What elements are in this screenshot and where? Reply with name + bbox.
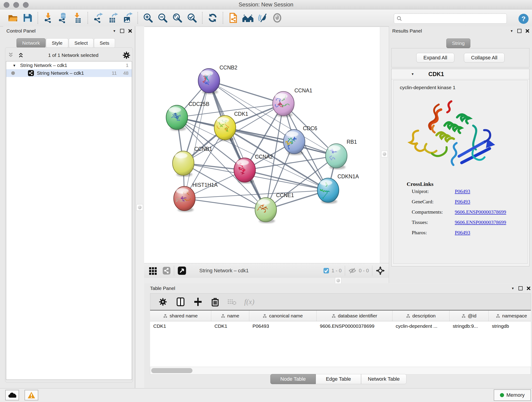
collection-expander-icon[interactable]: ▼	[13, 64, 16, 67]
collapse-all-chevron-icon[interactable]	[7, 52, 14, 58]
column-header-database-identifier[interactable]: database identifier	[317, 311, 393, 321]
panel-float-icon[interactable]	[519, 286, 523, 290]
network-options-gear-icon[interactable]	[122, 51, 131, 59]
tab-string[interactable]: String	[446, 38, 470, 48]
zoom-in-button[interactable]	[142, 12, 154, 24]
panel-close-icon[interactable]	[128, 29, 132, 33]
left-splitter[interactable]	[135, 26, 144, 388]
crosslink-link[interactable]: P06493	[455, 188, 470, 194]
tab-edge-table[interactable]: Edge Table	[316, 374, 361, 384]
save-session-button[interactable]	[22, 12, 33, 24]
edge-CCNB2-CCNE1[interactable]	[209, 81, 266, 210]
table-cell[interactable]: cyclin-dependent ...	[393, 321, 450, 331]
help-button[interactable]: ?	[517, 13, 530, 25]
node-CCNB1[interactable]	[172, 151, 194, 177]
export-table-button[interactable]	[107, 12, 119, 24]
node-CCNE1[interactable]	[255, 198, 277, 223]
column-header-name[interactable]: name	[211, 311, 249, 321]
splitter-handle[interactable]	[335, 277, 341, 284]
tab-style[interactable]: Style	[46, 38, 68, 48]
network-view-share-icon[interactable]	[162, 267, 171, 275]
right-splitter[interactable]	[380, 27, 389, 263]
table-cell[interactable]: CDK1	[211, 321, 249, 331]
panel-float-icon[interactable]	[120, 29, 124, 33]
node-RB1[interactable]	[326, 144, 347, 169]
grid-view-icon[interactable]	[149, 266, 157, 275]
crosslink-link[interactable]: 9606.ENSP00000378699	[455, 219, 506, 225]
expand-all-chevron-icon[interactable]	[17, 52, 24, 58]
node-CCNA1[interactable]	[273, 91, 294, 117]
protein-card-header[interactable]: ▼ CDK1	[392, 69, 529, 79]
tab-network-table[interactable]: Network Table	[361, 374, 406, 384]
import-network-from-database-button[interactable]	[57, 12, 69, 24]
node-CCNB2[interactable]	[198, 69, 220, 94]
node-CDKN1A[interactable]	[317, 178, 339, 204]
open-session-button[interactable]	[7, 12, 19, 24]
string-network-graph[interactable]: CCNB2CCNA1CDC25BCDK1CDC6RB1CCNB1CCNA2CDK…	[144, 27, 380, 263]
network-collection-row[interactable]: ▼ String Network – cdk1 1	[6, 61, 132, 69]
delete-column-trash-icon[interactable]	[211, 297, 219, 306]
node-CDK1[interactable]	[214, 115, 236, 141]
table-cell[interactable]: stringdb	[489, 321, 531, 331]
table-row[interactable]: CDK1CDK1P064939606.ENSP00000378699cyclin…	[150, 321, 531, 331]
expand-all-button[interactable]: Expand All	[416, 53, 454, 63]
panel-float-icon[interactable]	[517, 29, 521, 33]
import-network-from-file-button[interactable]	[42, 12, 54, 24]
table-cell[interactable]: stringdb:9...	[450, 321, 489, 331]
show-columns-icon[interactable]	[177, 297, 185, 306]
edge-HIST1H1A-CCNE1[interactable]	[184, 198, 266, 210]
cloud-status-button[interactable]	[5, 390, 19, 400]
tab-network[interactable]: Network	[17, 38, 46, 48]
scrollbar-thumb[interactable]	[151, 368, 192, 373]
collapse-protein-icon[interactable]: ▼	[411, 72, 414, 76]
table-horizontal-scrollbar[interactable]	[150, 367, 531, 375]
node-CDC25B[interactable]	[166, 105, 188, 131]
splitter-handle[interactable]	[137, 204, 143, 211]
panel-menu-icon[interactable]: ▼	[510, 29, 513, 32]
show-graphics-details-button[interactable]	[257, 12, 268, 24]
tab-select[interactable]: Select	[69, 38, 94, 48]
panel-menu-icon[interactable]: ▼	[511, 287, 514, 290]
warnings-button[interactable]	[25, 390, 38, 400]
selected-nodes-checkbox-icon[interactable]	[323, 268, 329, 274]
network-row[interactable]: String Network – cdk1 11 48	[6, 69, 132, 77]
column-header-namespace[interactable]: namespace	[489, 311, 531, 321]
create-column-plus-icon[interactable]	[194, 297, 202, 306]
edge-CCNB2-CCNA1[interactable]	[209, 81, 283, 104]
zoom-selected-region-button[interactable]	[186, 12, 198, 24]
panel-close-icon[interactable]	[527, 287, 530, 290]
export-network-button[interactable]	[92, 12, 104, 24]
crosslink-link[interactable]: P06493	[455, 199, 470, 205]
table-cell[interactable]: P06493	[249, 321, 317, 331]
crosslink-link[interactable]: 9606.ENSP00000378699	[455, 209, 506, 215]
network-view-canvas[interactable]: CCNB2CCNA1CDC25BCDK1CDC6RB1CCNB1CCNA2CDK…	[144, 27, 380, 263]
node-HIST1H1A[interactable]	[174, 186, 195, 212]
check-for-updates-button[interactable]	[207, 12, 219, 24]
tab-sets[interactable]: Sets	[94, 38, 115, 48]
column-header-shared-name[interactable]: shared name	[150, 311, 211, 321]
tab-node-table[interactable]: Node Table	[270, 374, 316, 384]
panel-close-icon[interactable]	[526, 29, 529, 33]
zoom-out-button[interactable]	[157, 12, 169, 24]
memory-button[interactable]: Memory	[494, 389, 531, 401]
detach-view-icon[interactable]	[177, 266, 186, 275]
export-image-button[interactable]	[121, 12, 133, 24]
crosslink-link[interactable]: P06493	[455, 230, 470, 236]
table-cell[interactable]: 9606.ENSP00000378699	[317, 321, 393, 331]
zoom-fit-content-button[interactable]	[171, 12, 183, 24]
panel-menu-icon[interactable]: ▼	[113, 29, 116, 32]
node-CDC6[interactable]	[283, 129, 305, 155]
import-table-from-file-button[interactable]	[71, 12, 83, 24]
column-header-canonical-name[interactable]: canonical name	[249, 311, 317, 321]
table-cell[interactable]: CDK1	[150, 321, 211, 331]
table-options-gear-icon[interactable]	[158, 298, 167, 306]
home-button[interactable]	[242, 12, 254, 24]
collapse-all-button[interactable]: Collapse All	[464, 53, 505, 63]
column-header--id[interactable]: @id	[450, 311, 489, 321]
column-header-description[interactable]: description	[393, 311, 450, 321]
search-input[interactable]	[402, 16, 507, 22]
pan-crosshair-icon[interactable]	[375, 266, 385, 275]
share-session-file-button[interactable]	[227, 12, 239, 24]
splitter-handle[interactable]	[381, 151, 388, 157]
inspection-mode-button[interactable]	[271, 12, 283, 24]
